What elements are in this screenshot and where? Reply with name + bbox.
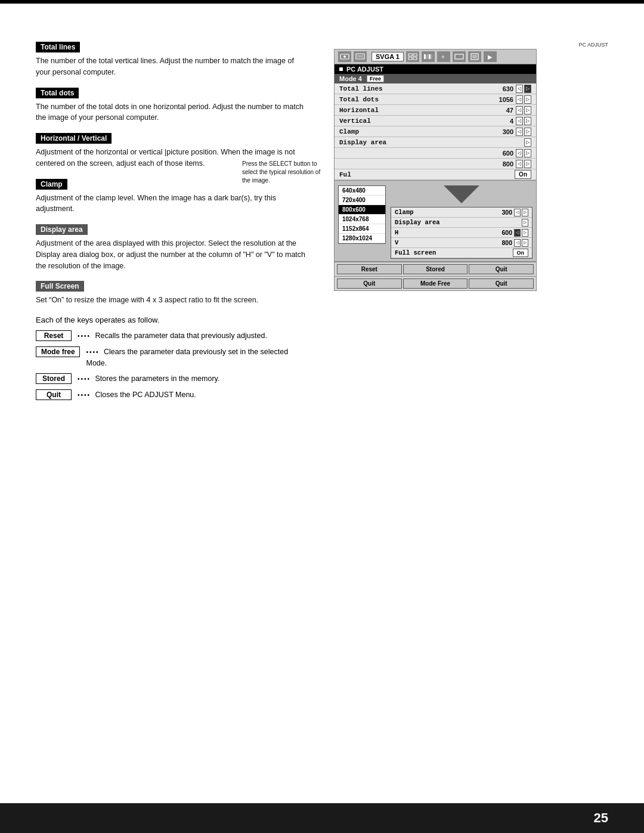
sub-arrows-h: ◁ ▷ xyxy=(514,229,528,237)
mode-free-badge: Free xyxy=(367,75,384,82)
arrow-right-total-lines[interactable]: ▷ xyxy=(524,85,531,93)
arrow-left-clamp[interactable]: ◁ xyxy=(516,128,523,136)
arrow-right-clamp[interactable]: ▷ xyxy=(524,128,531,136)
adj-row-h: 600 ◁ ▷ xyxy=(335,148,536,159)
svg-rect-15 xyxy=(472,55,477,58)
adj-label-vertical: Vertical xyxy=(339,117,487,125)
adj-label-v xyxy=(339,160,487,168)
key-desc-reset: •••• Recalls the parameter data that pre… xyxy=(78,330,267,342)
res-item-1024x768[interactable]: 1024x768 xyxy=(339,215,385,224)
res-item-720x400[interactable]: 720x400 xyxy=(339,196,385,205)
res-item-1280x1024[interactable]: 1280x1024 xyxy=(339,234,385,243)
dropdown-area: 640x480 720x400 800x600 1024x768 1152x86… xyxy=(335,180,536,262)
res-item-800x600[interactable]: 800x600 xyxy=(339,205,385,215)
toolbar-icon-projector xyxy=(338,51,351,62)
adj-row-vertical: Vertical 4 ◁ ▷ xyxy=(335,116,536,126)
adj-arrows-display-area: ▷ xyxy=(524,138,531,147)
arrow-left-horizontal[interactable]: ◁ xyxy=(516,106,523,114)
down-arrow-indicator xyxy=(391,185,532,205)
adj-arrows-total-lines: ◁ ▷ xyxy=(516,85,531,93)
adj-arrows-horizontal: ◁ ▷ xyxy=(516,106,531,114)
section-body-total-dots: The number of the total dots in one hori… xyxy=(36,101,310,124)
sub-value-v: 800 xyxy=(491,239,512,246)
section-title-total-dots: Total dots xyxy=(36,88,79,98)
res-item-640x480[interactable]: 640x480 xyxy=(339,186,385,196)
adj-value-clamp: 300 xyxy=(487,128,513,135)
sub-row-clamp: Clamp 300 ◁ ▷ xyxy=(391,208,532,218)
res-item-1152x864[interactable]: 1152x864 xyxy=(339,224,385,234)
pc-adjust-corner-label: PC ADJUST xyxy=(334,42,608,48)
key-box-mode-free[interactable]: Mode free xyxy=(36,346,80,357)
btn-quit-2[interactable]: Quit xyxy=(337,278,402,289)
arrow-left-h[interactable]: ◁ xyxy=(516,149,523,157)
key-desc-stored: •••• Stores the parameters in the memory… xyxy=(78,373,219,385)
svg-text:+: + xyxy=(441,54,445,60)
adj-label-total-dots: Total dots xyxy=(339,96,487,103)
adj-row-v: 800 ◁ ▷ xyxy=(335,159,536,169)
bullet-dot xyxy=(339,67,343,71)
sub-arrow-left-v[interactable]: ◁ xyxy=(514,239,521,247)
adj-value-h: 600 xyxy=(487,150,513,157)
adj-arrows-h: ◁ ▷ xyxy=(516,149,531,157)
btn-reset[interactable]: Reset xyxy=(337,264,402,274)
adj-row-total-dots: Total dots 1056 ◁ ▷ xyxy=(335,94,536,105)
adj-arrows-v: ◁ ▷ xyxy=(516,160,531,168)
adj-arrows-clamp: ◁ ▷ xyxy=(516,128,531,136)
toolbar-icon-plus: + xyxy=(437,51,450,62)
sub-panel: Clamp 300 ◁ ▷ Display area xyxy=(391,207,532,259)
arrow-right-v[interactable]: ▷ xyxy=(524,160,531,168)
sub-on-badge-full-screen: On xyxy=(513,249,529,257)
section-display-area: Display area Adjustment of the area disp… xyxy=(36,224,310,271)
section-body-total-lines: The number of the total vertical lines. … xyxy=(36,55,310,78)
hv-row-h: H 600 ◁ ▷ xyxy=(391,228,532,238)
btn-mode-free[interactable]: Mode Free xyxy=(403,278,468,289)
toolbar-icon-frame1 xyxy=(453,51,466,62)
key-box-reset[interactable]: Reset xyxy=(36,330,72,341)
svg-rect-6 xyxy=(408,57,412,60)
sub-arrow-right-clamp[interactable]: ▷ xyxy=(522,209,528,216)
page-container: Total lines The number of the total vert… xyxy=(0,0,644,833)
sub-arrow-left-clamp[interactable]: ◁ xyxy=(514,209,521,216)
sub-label-h: H xyxy=(395,229,491,236)
arrow-right-total-dots[interactable]: ▷ xyxy=(524,95,531,104)
section-title-total-lines: Total lines xyxy=(36,42,80,52)
btn-stored[interactable]: Stored xyxy=(403,264,468,274)
sub-row-display-area: Display area ▷ xyxy=(391,218,532,228)
sub-label-v: V xyxy=(395,239,491,246)
adj-label-total-lines: Total lines xyxy=(339,85,487,92)
annotation-container: Press the SELECT button to select the ty… xyxy=(335,148,536,180)
sub-label-display-area: Display area xyxy=(395,219,522,226)
section-total-lines: Total lines The number of the total vert… xyxy=(36,42,310,78)
toolbar-icon-screen xyxy=(354,51,367,62)
svg-rect-5 xyxy=(413,54,417,56)
sub-arrow-right-v[interactable]: ▷ xyxy=(522,239,528,247)
content-area: Total lines The number of the total vert… xyxy=(36,36,608,405)
key-box-quit[interactable]: Quit xyxy=(36,389,72,400)
arrow-right-vertical[interactable]: ▷ xyxy=(524,117,531,125)
adj-label-full-screen-abbrev: Ful xyxy=(339,171,515,178)
btn-quit-1[interactable]: Quit xyxy=(469,264,534,274)
svg-marker-17 xyxy=(444,185,479,203)
section-title-clamp: Clamp xyxy=(36,179,67,190)
arrow-left-total-dots[interactable]: ◁ xyxy=(516,95,523,104)
arrow-left-total-lines[interactable]: ◁ xyxy=(516,85,523,93)
toolbar-svga-label: SVGA 1 xyxy=(371,52,404,61)
key-row-quit: Quit •••• Closes the PC ADJUST Menu. xyxy=(36,389,310,401)
arrow-right-h[interactable]: ▷ xyxy=(524,149,531,157)
right-column: PC ADJUST SVGA 1 xyxy=(334,42,608,405)
arrow-right-horizontal[interactable]: ▷ xyxy=(524,106,531,114)
sub-arrow-left-h[interactable]: ◁ xyxy=(514,229,521,237)
arrow-left-v[interactable]: ◁ xyxy=(516,160,523,168)
pc-adjust-mode-row: Mode 4 Free xyxy=(335,74,536,83)
on-badge-full-screen: On xyxy=(515,170,531,179)
page-number: 25 xyxy=(594,810,608,826)
toolbar-icon-bars xyxy=(422,51,435,62)
arrow-left-vertical[interactable]: ◁ xyxy=(516,117,523,125)
key-box-stored[interactable]: Stored xyxy=(36,373,72,384)
adj-row-horizontal: Horizontal 47 ◁ ▷ xyxy=(335,105,536,116)
sub-label-clamp: Clamp xyxy=(395,209,491,216)
arrow-right-display-area[interactable]: ▷ xyxy=(524,138,531,147)
sub-arrow-right-display-area[interactable]: ▷ xyxy=(522,219,528,227)
btn-quit-3[interactable]: Quit xyxy=(469,278,534,289)
sub-arrow-right-h[interactable]: ▷ xyxy=(522,229,528,237)
